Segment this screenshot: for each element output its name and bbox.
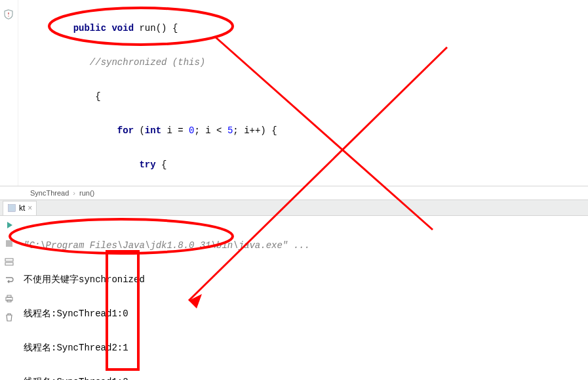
console-line: 线程名:SyncThread2:1 <box>24 339 583 356</box>
run-tab[interactable]: kt × <box>3 201 37 215</box>
code-text: { <box>95 91 100 102</box>
editor-gutter <box>0 0 18 186</box>
method-name: run <box>139 23 155 33</box>
stop-icon[interactable] <box>4 238 14 249</box>
keyword: for <box>117 125 134 136</box>
breadcrumb-item[interactable]: run() <box>75 189 98 197</box>
console-output[interactable]: "C:\Program Files\Java\jdk1.8.0_31\bin\j… <box>18 216 588 380</box>
code-text: ; i < <box>195 125 227 136</box>
svg-rect-5 <box>7 295 11 297</box>
console-panel: "C:\Program Files\Java\jdk1.8.0_31\bin\j… <box>0 216 588 380</box>
breadcrumb-item[interactable]: SyncThread <box>26 189 73 197</box>
keyword: try <box>139 159 155 170</box>
code-text: () { <box>156 23 178 33</box>
shield-icon <box>3 9 14 20</box>
keyword: public <box>73 23 106 33</box>
code-editor[interactable]: public void run() { //synchronized (this… <box>0 0 588 186</box>
keyword: void <box>111 23 134 33</box>
print-icon[interactable] <box>4 293 14 304</box>
code-line[interactable]: { <box>24 88 583 105</box>
tab-label: kt <box>19 203 25 213</box>
number-literal: 0 <box>189 125 194 136</box>
console-line: 线程名:SyncThread1:0 <box>24 305 583 322</box>
code-text: ; i++) { <box>233 125 277 136</box>
comment: //synchronized (this) <box>90 57 205 68</box>
keyword: int <box>145 125 161 136</box>
soft-wrap-icon[interactable] <box>4 275 14 285</box>
svg-rect-3 <box>5 263 13 265</box>
breadcrumb[interactable]: SyncThread › run() <box>0 186 588 200</box>
code-text: i = <box>161 125 189 136</box>
console-line: 不使用关键字synchronized <box>24 271 583 288</box>
svg-rect-0 <box>9 205 16 212</box>
console-line: 线程名:SyncThread1:2 <box>24 373 583 380</box>
console-command: "C:\Program Files\Java\jdk1.8.0_31\bin\j… <box>24 237 583 254</box>
close-icon[interactable]: × <box>28 203 32 213</box>
svg-rect-2 <box>5 259 13 261</box>
code-area[interactable]: public void run() { //synchronized (this… <box>18 0 588 186</box>
code-line[interactable]: for (int i = 0; i < 5; i++) { <box>24 122 583 139</box>
code-text: { <box>156 159 167 170</box>
code-line[interactable]: //synchronized (this) <box>24 54 583 71</box>
run-tab-strip: kt × <box>0 200 588 216</box>
trash-icon[interactable] <box>4 312 14 322</box>
console-gutter <box>0 216 18 380</box>
layout-icon[interactable] <box>4 257 14 267</box>
kotlin-file-icon <box>7 203 16 213</box>
code-line[interactable]: try { <box>24 156 583 173</box>
code-line[interactable]: public void run() { <box>24 20 583 37</box>
rerun-icon[interactable] <box>4 220 14 230</box>
svg-rect-1 <box>6 240 12 247</box>
